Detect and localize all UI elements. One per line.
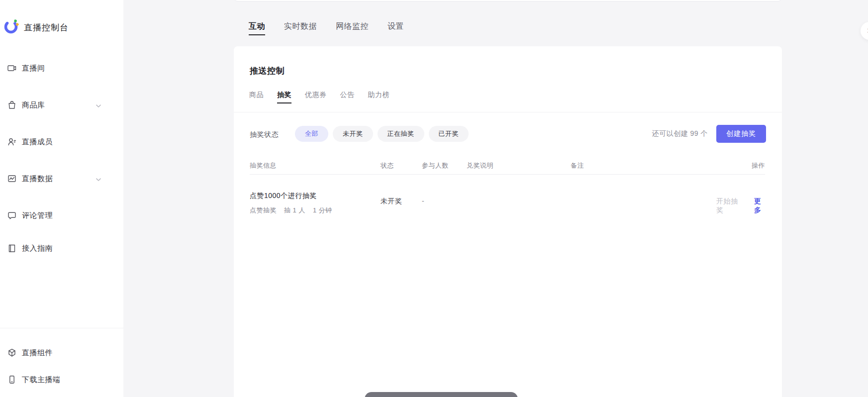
chart-icon [7, 174, 17, 184]
tab-network-monitor[interactable]: 网络监控 [336, 22, 369, 30]
sidebar-item-label: 评论管理 [22, 211, 53, 220]
tab-boost-ranking[interactable]: 助力榜 [368, 91, 390, 98]
redeem-note-cell [467, 192, 571, 215]
sidebar-item-comment-management[interactable]: 评论管理 [0, 209, 123, 222]
chevron-down-icon [96, 176, 101, 182]
tab-realtime-data[interactable]: 实时数据 [284, 22, 317, 30]
filter-pill-all[interactable]: 全部 [295, 126, 328, 142]
tabs-divider [234, 112, 782, 112]
column-header-remark: 备注 [571, 161, 716, 170]
camera-icon [7, 63, 17, 73]
table-row: 点赞1000个进行抽奖 点赞抽奖 抽 1 人 1 分钟 未开奖 - 开始抽奖 更… [250, 192, 765, 215]
table-header-border [250, 174, 765, 175]
chevron-down-icon [96, 102, 101, 108]
filter-pill-drawing[interactable]: 正在抽奖 [378, 126, 424, 142]
tab-lottery[interactable]: 抽奖 [277, 91, 291, 98]
app-logo-icon [4, 19, 19, 36]
column-header-participants: 参与人数 [422, 161, 467, 170]
sidebar-item-label: 直播成员 [22, 137, 53, 147]
lottery-duration: 1 分钟 [313, 206, 332, 215]
sidebar-item-live-room[interactable]: 直播间 [0, 62, 123, 75]
lottery-subtitle: 点赞抽奖 抽 1 人 1 分钟 [250, 206, 381, 215]
sidebar-item-download-anchor-app[interactable]: 下载主播端 [0, 373, 123, 386]
bag-icon [7, 100, 17, 110]
column-header-redeem-note: 兑奖说明 [467, 161, 571, 170]
actions-cell: 开始抽奖 更多 [716, 192, 765, 215]
lottery-status-filter-label: 抽奖状态 [250, 130, 279, 139]
sidebar-item-integration-guide[interactable]: 接入指南 [0, 242, 123, 255]
lottery-winner-count: 抽 1 人 [284, 206, 305, 215]
push-control-panel: 推送控制 商品 抽奖 优惠券 公告 助力榜 抽奖状态 全部 未开奖 正在抽奖 已… [234, 46, 782, 397]
remark-cell [571, 192, 716, 215]
more-actions-button[interactable]: 更多 [754, 197, 765, 215]
sidebar-item-live-components[interactable]: 直播组件 [0, 346, 123, 359]
cube-icon [7, 348, 17, 358]
lottery-info-cell: 点赞1000个进行抽奖 点赞抽奖 抽 1 人 1 分钟 [250, 192, 381, 215]
tab-coupons[interactable]: 优惠券 [305, 91, 327, 98]
create-area: 还可以创建 99 个 创建抽奖 [652, 125, 766, 143]
sidebar-item-live-data[interactable]: 直播数据 [0, 172, 123, 185]
sidebar-item-label: 接入指南 [22, 244, 53, 253]
sidebar-item-label: 下载主播端 [22, 375, 61, 385]
guide-icon [7, 243, 17, 253]
sidebar-divider [0, 328, 123, 328]
remaining-quota-text: 还可以创建 99 个 [652, 129, 708, 138]
scrolled-card-edge [234, 0, 782, 1]
comment-icon [7, 210, 17, 220]
bottom-toolbar-pill[interactable] [365, 392, 518, 397]
start-lottery-button[interactable]: 开始抽奖 [716, 197, 738, 215]
sidebar: 直播控制台 直播间 商品库 [0, 0, 123, 397]
members-icon [7, 137, 17, 147]
top-tabs: 互动 实时数据 网络监控 设置 [249, 22, 404, 30]
lottery-status-filter: 全部 未开奖 正在抽奖 已开奖 [295, 126, 469, 142]
tab-announcement[interactable]: 公告 [340, 91, 355, 98]
status-cell: 未开奖 [381, 192, 422, 215]
sidebar-item-label: 商品库 [22, 100, 45, 110]
sidebar-item-label: 直播间 [22, 64, 45, 73]
sidebar-item-label: 直播数据 [22, 174, 53, 184]
phone-icon [7, 375, 17, 385]
tab-interaction[interactable]: 互动 [249, 22, 265, 30]
tab-products[interactable]: 商品 [249, 91, 264, 98]
app-title: 直播控制台 [24, 22, 69, 33]
participants-cell: - [422, 192, 467, 215]
panel-title: 推送控制 [250, 65, 285, 77]
app-window: 直播控制台 直播间 商品库 [0, 0, 868, 397]
table-header: 抽奖信息 状态 参与人数 兑奖说明 备注 操作 [250, 161, 765, 170]
tab-settings[interactable]: 设置 [387, 22, 404, 30]
sidebar-item-product-library[interactable]: 商品库 [0, 99, 123, 111]
lottery-type: 点赞抽奖 [250, 206, 277, 215]
lottery-title: 点赞1000个进行抽奖 [250, 192, 381, 200]
column-header-actions: 操作 [716, 161, 765, 170]
filter-pill-not-drawn[interactable]: 未开奖 [333, 126, 373, 142]
column-header-status: 状态 [381, 161, 422, 170]
column-header-lottery-info: 抽奖信息 [250, 161, 381, 170]
close-float-button[interactable]: ✕ [861, 22, 868, 40]
push-type-tabs: 商品 抽奖 优惠券 公告 助力榜 [249, 91, 389, 98]
create-lottery-button[interactable]: 创建抽奖 [716, 125, 766, 143]
brand: 直播控制台 [4, 19, 69, 36]
filter-pill-drawn[interactable]: 已开奖 [429, 126, 469, 142]
sidebar-item-label: 直播组件 [22, 348, 53, 358]
sidebar-item-live-members[interactable]: 直播成员 [0, 135, 123, 148]
